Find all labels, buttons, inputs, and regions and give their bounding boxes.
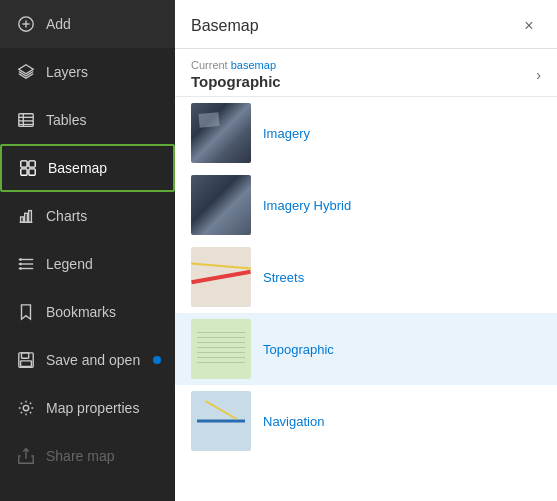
- basemap-thumbnail-imagery: [191, 103, 251, 163]
- basemap-icon: [18, 158, 38, 178]
- current-basemap-name: Topographic: [191, 73, 281, 90]
- basemap-thumbnail-navigation: [191, 391, 251, 451]
- share-icon: [16, 446, 36, 466]
- charts-icon: [16, 206, 36, 226]
- basemap-panel: Basemap × Current basemap Topographic › …: [175, 0, 557, 501]
- sidebar-item-add-label: Add: [46, 16, 71, 32]
- sidebar-item-legend[interactable]: Legend: [0, 240, 175, 288]
- sidebar-item-legend-label: Legend: [46, 256, 93, 272]
- chevron-right-icon: ›: [536, 67, 541, 83]
- plus-circle-icon: [16, 14, 36, 34]
- sidebar-item-share-map-label: Share map: [46, 448, 114, 464]
- close-button[interactable]: ×: [517, 14, 541, 38]
- basemap-item-streets[interactable]: Streets: [175, 241, 557, 313]
- panel-title: Basemap: [191, 17, 259, 35]
- basemap-item-imagery-hybrid[interactable]: Imagery Hybrid: [175, 169, 557, 241]
- svg-rect-16: [29, 211, 32, 223]
- gear-icon: [16, 398, 36, 418]
- basemap-item-navigation[interactable]: Navigation: [175, 385, 557, 457]
- legend-icon: [16, 254, 36, 274]
- sidebar-item-basemap-label: Basemap: [48, 160, 107, 176]
- sidebar-item-add[interactable]: Add: [0, 0, 175, 48]
- svg-point-21: [19, 263, 22, 266]
- basemap-thumbnail-streets: [191, 247, 251, 307]
- sidebar-item-bookmarks[interactable]: Bookmarks: [0, 288, 175, 336]
- basemap-item-imagery[interactable]: Imagery: [175, 97, 557, 169]
- layers-icon: [16, 62, 36, 82]
- svg-point-20: [19, 258, 22, 261]
- basemap-thumbnail-topographic: [191, 319, 251, 379]
- current-basemap-info: Current basemap Topographic: [191, 59, 281, 90]
- sidebar-item-charts-label: Charts: [46, 208, 87, 224]
- basemap-name-navigation: Navigation: [263, 414, 324, 429]
- current-basemap-label: Current basemap: [191, 59, 281, 71]
- sidebar-item-charts[interactable]: Charts: [0, 192, 175, 240]
- sidebar-item-tables-label: Tables: [46, 112, 86, 128]
- table-icon: [16, 110, 36, 130]
- bookmarks-icon: [16, 302, 36, 322]
- sidebar-item-save-and-open-label: Save and open: [46, 352, 140, 368]
- sidebar-item-share-map[interactable]: Share map: [0, 432, 175, 480]
- current-basemap-row[interactable]: Current basemap Topographic ›: [175, 49, 557, 97]
- basemap-item-topographic[interactable]: Topographic: [175, 313, 557, 385]
- basemap-name-streets: Streets: [263, 270, 304, 285]
- sidebar-item-save-and-open[interactable]: Save and open: [0, 336, 175, 384]
- svg-rect-24: [22, 353, 29, 358]
- sidebar-item-layers[interactable]: Layers: [0, 48, 175, 96]
- sidebar-item-tables[interactable]: Tables: [0, 96, 175, 144]
- basemap-name-imagery-hybrid: Imagery Hybrid: [263, 198, 351, 213]
- sidebar: Add Layers Tables: [0, 0, 175, 501]
- basemap-list: Imagery Imagery Hybrid Streets Topograph…: [175, 97, 557, 501]
- svg-rect-25: [21, 361, 32, 366]
- svg-rect-12: [29, 169, 35, 175]
- svg-rect-10: [29, 161, 35, 167]
- svg-point-22: [19, 267, 22, 270]
- sidebar-item-layers-label: Layers: [46, 64, 88, 80]
- svg-rect-11: [21, 169, 27, 175]
- svg-rect-15: [25, 213, 28, 222]
- basemap-name-imagery: Imagery: [263, 126, 310, 141]
- save-and-open-dot: [153, 356, 161, 364]
- svg-rect-9: [21, 161, 27, 167]
- svg-point-26: [23, 405, 28, 410]
- sidebar-item-map-properties-label: Map properties: [46, 400, 139, 416]
- sidebar-item-map-properties[interactable]: Map properties: [0, 384, 175, 432]
- basemap-thumbnail-imagery-hybrid: [191, 175, 251, 235]
- current-basemap-highlight: basemap: [231, 59, 276, 71]
- basemap-name-topographic: Topographic: [263, 342, 334, 357]
- panel-header: Basemap ×: [175, 0, 557, 49]
- svg-rect-14: [21, 217, 24, 222]
- sidebar-item-bookmarks-label: Bookmarks: [46, 304, 116, 320]
- save-icon: [16, 350, 36, 370]
- sidebar-item-basemap[interactable]: Basemap: [0, 144, 175, 192]
